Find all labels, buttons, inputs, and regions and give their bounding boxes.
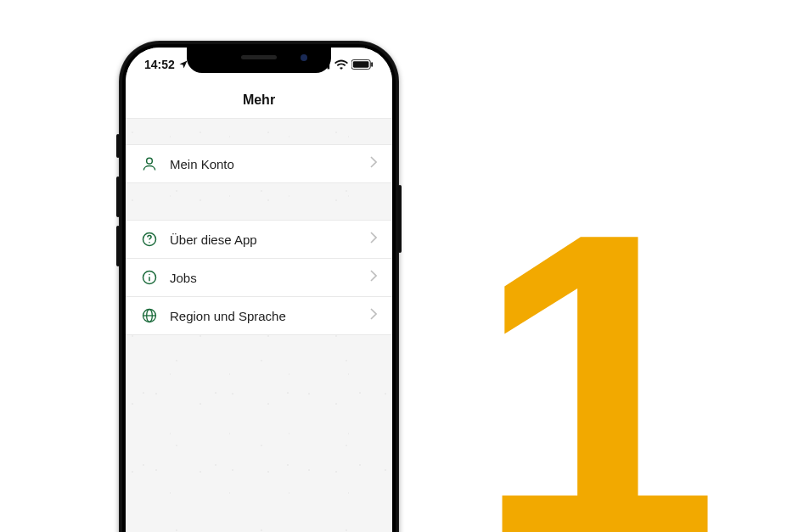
chevron-right-icon	[370, 270, 377, 285]
mute-switch	[116, 134, 120, 158]
status-time: 14:52	[144, 58, 175, 71]
menu-item-region[interactable]: Region und Sprache	[126, 296, 392, 335]
phone-screen: 14:52	[126, 48, 392, 532]
menu-item-account[interactable]: Mein Konto	[126, 144, 392, 183]
svg-point-9	[149, 242, 150, 244]
volume-up-button	[116, 176, 120, 217]
chevron-right-icon	[370, 308, 377, 323]
menu-item-about[interactable]: Über diese App	[126, 220, 392, 259]
svg-rect-5	[353, 61, 369, 67]
menu-item-label: Über diese App	[170, 232, 358, 247]
phone-frame: 14:52	[119, 41, 399, 532]
menu-item-jobs[interactable]: Jobs	[126, 258, 392, 297]
globe-icon	[141, 307, 158, 324]
nav-bar: Mehr	[126, 81, 392, 119]
notch	[187, 48, 331, 73]
question-circle-icon	[141, 231, 158, 248]
volume-down-button	[116, 226, 120, 266]
page-title: Mehr	[243, 92, 275, 108]
chevron-right-icon	[370, 156, 377, 171]
chevron-right-icon	[370, 232, 377, 247]
wifi-icon	[334, 59, 348, 70]
menu-item-label: Region und Sprache	[170, 309, 358, 323]
menu-item-label: Mein Konto	[170, 157, 358, 171]
battery-icon	[351, 59, 374, 70]
svg-point-7	[147, 158, 153, 164]
step-number: 1	[475, 167, 713, 532]
power-button	[398, 185, 402, 253]
menu-item-label: Jobs	[170, 271, 358, 285]
user-icon	[141, 155, 158, 172]
info-circle-icon	[141, 269, 158, 286]
svg-rect-6	[371, 62, 373, 67]
svg-point-12	[149, 274, 150, 276]
